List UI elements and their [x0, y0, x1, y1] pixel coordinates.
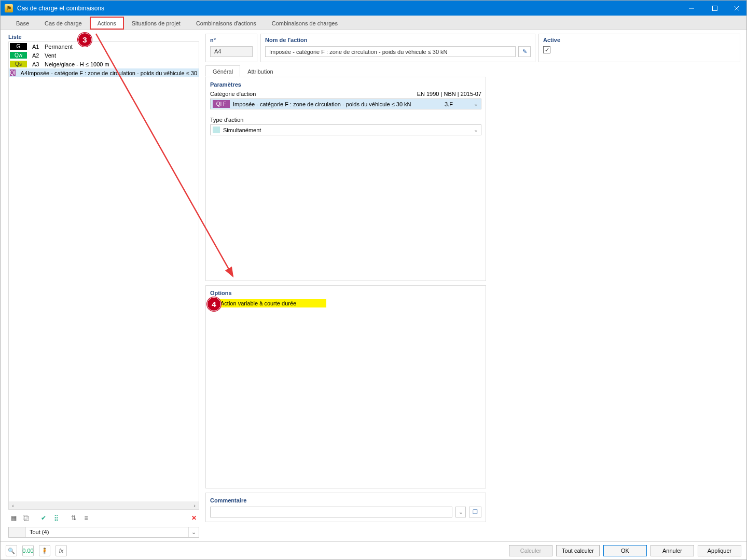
chevron-down-icon[interactable]: ⌄ — [188, 527, 199, 537]
name-box: Nom de l'action ✎ — [260, 34, 535, 62]
calculate-all-button[interactable]: Tout calculer — [556, 545, 600, 556]
options-header: Options — [210, 290, 481, 296]
list-code: A3 — [32, 61, 45, 67]
category-badge: QI F — [10, 69, 16, 76]
check-green-icon[interactable]: ✔ — [38, 513, 49, 523]
category-extra: 3.F — [445, 101, 471, 107]
scroll-right-icon[interactable]: › — [190, 501, 199, 509]
list-item[interactable]: Qs A3 Neige/glace - H ≤ 1000 m — [9, 60, 199, 68]
active-label: Active — [543, 34, 736, 46]
category-dropdown[interactable]: QI F Imposée - catégorie F : zone de cir… — [210, 99, 481, 109]
new-button[interactable]: ▦ — [8, 513, 19, 523]
edit-name-button[interactable]: ✎ — [518, 46, 531, 57]
tab-cas-de-charge[interactable]: Cas de charge — [37, 17, 90, 30]
tab-base[interactable]: Base — [8, 17, 37, 30]
minimize-button[interactable] — [680, 1, 703, 16]
search-icon[interactable]: 🔍 — [6, 545, 17, 556]
list-label: Permanent — [45, 44, 73, 50]
footer-bar: 🔍 0.00 🧍 fx Calculer Tout calculer OK An… — [1, 541, 746, 559]
reorder-icon[interactable]: ⇅ — [68, 513, 79, 523]
list-toolbar: ▦ ⿻ ✔ ⣿ ⇅ ≡ ✕ — [8, 512, 199, 524]
chevron-down-icon[interactable]: ⌄ — [455, 507, 466, 517]
cancel-button[interactable]: Annuler — [651, 545, 694, 556]
category-badge: QI F — [213, 100, 230, 108]
scroll-left-icon[interactable]: ‹ — [9, 501, 17, 509]
options-section: Options Action variable à courte durée — [205, 285, 486, 488]
main-tabstrip: Base Cas de charge Actions Situations de… — [1, 16, 746, 30]
filter-dropdown[interactable]: Tout (4) ⌄ — [8, 527, 199, 538]
category-badge: Qw — [10, 52, 27, 59]
action-list[interactable]: G A1 Permanent Qw A2 Vent Qs A3 Neige/gl… — [8, 41, 199, 510]
num-box: n° A4 — [205, 34, 257, 62]
subtab-general[interactable]: Général — [205, 65, 240, 77]
parameters-section: Paramètres Catégorie d'action EN 1990 | … — [205, 77, 486, 281]
active-checkbox[interactable] — [543, 46, 550, 53]
num-label: n° — [210, 34, 253, 46]
category-value: Imposée - catégorie F : zone de circulat… — [233, 101, 445, 107]
short-duration-checkbox[interactable] — [211, 300, 218, 307]
num-field: A4 — [210, 46, 253, 57]
copy-button[interactable]: ⿻ — [21, 513, 31, 523]
sort-icon[interactable]: ≡ — [81, 513, 91, 523]
function-icon[interactable]: fx — [56, 545, 67, 556]
chevron-down-icon[interactable]: ⌄ — [471, 101, 481, 107]
units-icon[interactable]: 0.00 — [22, 545, 34, 556]
horizontal-scrollbar[interactable]: ‹ › — [9, 501, 199, 509]
titlebar: ⚑ Cas de charge et combinaisons — [1, 1, 746, 16]
delete-button[interactable]: ✕ — [189, 513, 199, 523]
comment-header: Commentaire — [210, 497, 481, 503]
category-badge: G — [10, 43, 27, 50]
standard-label: EN 1990 | NBN | 2015-07 — [417, 91, 481, 97]
chevron-down-icon[interactable]: ⌄ — [471, 127, 481, 133]
tree-icon[interactable]: 🧍 — [39, 545, 50, 556]
maximize-button[interactable] — [703, 1, 726, 16]
active-box: Active — [538, 34, 740, 62]
filter-swatch — [9, 527, 26, 537]
close-button[interactable] — [726, 1, 746, 16]
list-header: Liste — [8, 34, 199, 40]
filter-value: Tout (4) — [26, 527, 188, 537]
list-code: A2 — [32, 52, 45, 59]
comment-field[interactable] — [210, 507, 452, 517]
comment-more-button[interactable]: ❐ — [469, 507, 481, 517]
list-label: Neige/glace - H ≤ 1000 m — [45, 61, 109, 67]
category-label: Catégorie d'action — [210, 91, 256, 97]
type-label: Type d'action — [210, 117, 481, 123]
category-badge: Qs — [10, 61, 27, 67]
parameters-header: Paramètres — [210, 81, 481, 88]
list-label: Imposée - catégorie F : zone de circulat… — [27, 70, 199, 76]
type-dropdown[interactable]: Simultanément ⌄ — [210, 124, 481, 135]
subtab-attribution[interactable]: Attribution — [240, 65, 281, 77]
tab-situations[interactable]: Situations de projet — [124, 17, 188, 30]
tab-combi-actions[interactable]: Combinaisons d'actions — [188, 17, 264, 30]
list-label: Vent — [45, 52, 56, 59]
check-multi-icon[interactable]: ⣿ — [51, 513, 61, 523]
window-title: Cas de charge et combinaisons — [17, 5, 680, 12]
detail-tabstrip: Général Attribution — [205, 65, 486, 77]
type-swatch-icon — [213, 127, 220, 133]
app-icon: ⚑ — [5, 4, 13, 12]
list-item[interactable]: G A1 Permanent — [9, 42, 199, 51]
tab-actions[interactable]: Actions — [90, 17, 124, 30]
list-code: A1 — [32, 44, 45, 50]
name-field[interactable] — [265, 46, 516, 57]
type-value: Simultanément — [223, 127, 471, 133]
ok-button[interactable]: OK — [603, 545, 647, 556]
list-item[interactable]: Qw A2 Vent — [9, 51, 199, 60]
calculate-button: Calculer — [509, 545, 552, 556]
apply-button[interactable]: Appliquer — [698, 545, 741, 556]
list-code: A4 — [21, 70, 27, 76]
tab-combi-charges[interactable]: Combinaisons de charges — [264, 17, 345, 30]
comment-section: Commentaire ⌄ ❐ — [205, 493, 486, 522]
name-label: Nom de l'action — [265, 34, 531, 46]
short-duration-label: Action variable à courte durée — [220, 300, 296, 306]
svg-rect-0 — [712, 6, 717, 10]
list-item[interactable]: QI F A4 Imposée - catégorie F : zone de … — [9, 68, 199, 77]
